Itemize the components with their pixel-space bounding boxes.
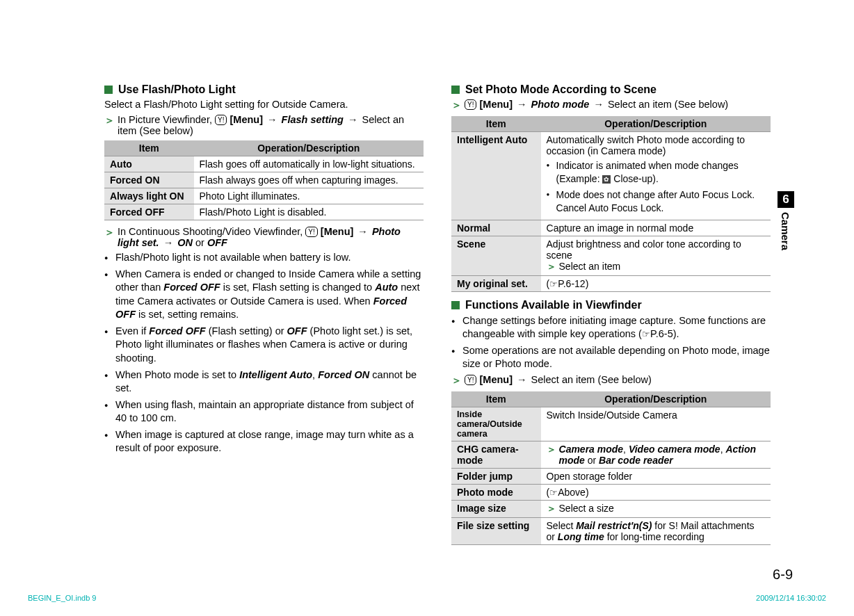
row-desc: Adjust brightness and color tone accordi…	[541, 236, 771, 275]
table-row: File size setting Select Mail restrict'n…	[451, 517, 771, 544]
key-icon: Y!	[305, 227, 317, 237]
text: P.6-5).	[650, 328, 679, 339]
th-item: Item	[451, 391, 541, 407]
text: Adjust brightness and color tone accordi…	[547, 238, 765, 261]
emph: Intelligent Auto	[239, 369, 312, 380]
text: When image is captured at close range, i…	[115, 429, 414, 454]
section-heading: Functions Available in Viewfinder	[451, 299, 771, 311]
text: Flash/Photo light is not available when …	[115, 252, 351, 263]
section-subtext: Select a Flash/Photo Light setting for O…	[104, 99, 424, 110]
text: is set, setting remains.	[136, 309, 239, 320]
text: is set, Flash setting is changed to	[220, 282, 375, 293]
text: Some operations are not available depend…	[462, 345, 770, 370]
list-item: When image is captured at close range, i…	[104, 428, 424, 455]
menu-label: [Menu]	[479, 374, 513, 385]
th-item: Item	[451, 116, 541, 132]
section-title: Functions Available in Viewfinder	[465, 299, 642, 311]
emph: Long time	[558, 531, 604, 542]
table-row: Intelligent Auto Automatically switch Ph…	[451, 132, 771, 220]
table-row: Photo mode(☞Above)	[451, 484, 771, 500]
closeup-icon: ✿	[602, 175, 611, 184]
arrow-icon: →	[356, 226, 369, 237]
text: Select a size	[559, 503, 614, 514]
table-row: Scene Adjust brightness and color tone a…	[451, 236, 771, 275]
th-item: Item	[104, 140, 194, 156]
section-heading: Use Flash/Photo Light	[104, 83, 424, 96]
option-label: ON	[177, 237, 193, 248]
list-item: Some operations are not available depend…	[451, 344, 771, 371]
option-label: Flash setting	[282, 114, 344, 125]
table-row: CHG camera-mode ＞ Camera mode, Video cam…	[451, 441, 771, 468]
text: Change settings before initiating image …	[462, 315, 766, 340]
row-desc: ＞ Camera mode, Video camera mode, Action…	[541, 441, 771, 468]
notes-list: Flash/Photo light is not available when …	[104, 251, 424, 455]
table-row: Always light ONPhoto Light illuminates.	[104, 188, 424, 204]
chapter-number: 6	[778, 191, 794, 208]
table-row: My original set. (☞P.6-12)	[451, 275, 771, 291]
th-desc: Operation/Description	[194, 140, 424, 156]
table-row: Forced OFFFlash/Photo Light is disabled.	[104, 204, 424, 220]
arrow-icon: →	[515, 374, 529, 385]
step-text: In Continuous Shooting/Video Viewfinder,…	[118, 226, 424, 248]
emph: Video camera mode	[629, 444, 720, 455]
menu-label: [Menu]	[479, 99, 513, 110]
step-text: Y! [Menu] → Select an item (See below)	[465, 374, 771, 385]
emph: Mail restrict'n(S)	[576, 520, 652, 531]
reference-icon: ☞	[549, 487, 558, 498]
row-head: Scene	[451, 236, 541, 275]
section-title: Set Photo Mode According to Scene	[465, 83, 656, 96]
list-item: Indicator is animated when mode changes …	[547, 159, 765, 186]
square-bullet-icon	[451, 86, 460, 94]
section-heading: Set Photo Mode According to Scene	[451, 83, 771, 96]
text: ,	[623, 444, 629, 455]
menu-label: [Menu]	[321, 226, 354, 237]
row-head: Auto	[104, 156, 194, 172]
emph: Auto	[375, 282, 398, 293]
text: for long-time recording	[604, 531, 704, 542]
row-head: Always light ON	[104, 188, 194, 204]
row-head: Folder jump	[451, 468, 541, 484]
row-head: CHG camera-mode	[451, 441, 541, 468]
step-text: In Picture Viewfinder, Y! [Menu] → Flash…	[118, 114, 424, 136]
page-number: 6-9	[773, 567, 793, 583]
chevron-icon: ＞	[547, 261, 556, 273]
table-row: Image size＞Select a size	[451, 500, 771, 517]
chevron-icon: ＞	[547, 503, 556, 515]
row-desc: Switch Inside/Outside Camera	[541, 407, 771, 441]
row-desc: Flash always goes off when capturing ima…	[194, 172, 424, 188]
menu-label: [Menu]	[229, 114, 263, 125]
row-desc: Photo Light illuminates.	[194, 188, 424, 204]
square-bullet-icon	[104, 86, 113, 94]
row-desc: Open storage folder	[541, 468, 771, 484]
text: In Continuous Shooting/Video Viewfinder,	[118, 226, 305, 237]
row-head: File size setting	[451, 517, 541, 544]
chapter-tab: 6 Camera	[778, 191, 794, 254]
text: Select	[547, 520, 577, 531]
text: Select an item (See below)	[531, 374, 652, 385]
row-desc: (☞Above)	[541, 484, 771, 500]
table-row: Folder jumpOpen storage folder	[451, 468, 771, 484]
th-desc: Operation/Description	[541, 116, 771, 132]
footer-filename: BEGIN_E_OI.indb 9	[28, 594, 96, 602]
row-desc: Select Mail restrict'n(S) for S! Mail at…	[541, 517, 771, 544]
row-head: Forced OFF	[104, 204, 194, 220]
table-row: Inside camera/Outside cameraSwitch Insid…	[451, 407, 771, 441]
row-head: Image size	[451, 500, 541, 517]
arrow-icon: →	[592, 99, 605, 110]
list-item: Change settings before initiating image …	[451, 314, 771, 341]
key-icon: Y!	[215, 115, 227, 125]
text: Mode does not change after Auto Focus Lo…	[556, 189, 755, 213]
row-desc: Flash/Photo Light is disabled.	[194, 204, 424, 220]
option-label: Photo mode	[531, 99, 590, 110]
text: In Picture Viewfinder,	[118, 114, 215, 125]
section-title: Use Flash/Photo Light	[118, 83, 236, 96]
row-desc: ＞Select a size	[541, 500, 771, 517]
arrow-icon: →	[515, 99, 529, 110]
chapter-label: Camera	[778, 208, 793, 254]
table-row: Forced ONFlash always goes off when capt…	[104, 172, 424, 188]
row-head: Photo mode	[451, 484, 541, 500]
step-line: ＞ In Continuous Shooting/Video Viewfinde…	[104, 226, 424, 248]
list-item: Mode does not change after Auto Focus Lo…	[547, 188, 765, 215]
square-bullet-icon	[451, 301, 460, 309]
emph: Forced ON	[318, 369, 369, 380]
